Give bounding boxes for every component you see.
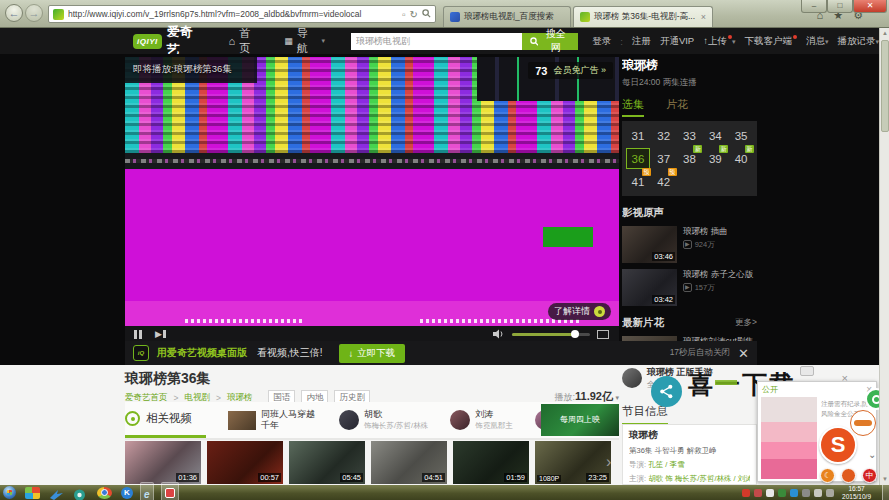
register-link[interactable]: 注册 bbox=[632, 35, 651, 48]
search-button[interactable]: 搜全网 bbox=[522, 33, 579, 50]
tray-icon[interactable] bbox=[790, 489, 798, 497]
page-scrollbar[interactable]: ▲ ▼ bbox=[879, 28, 889, 485]
iqiyi-logo[interactable]: iQIYI bbox=[133, 34, 162, 49]
show-desktop-button[interactable] bbox=[882, 485, 889, 500]
scroll-down-icon[interactable]: ▼ bbox=[880, 474, 889, 485]
episode-cell[interactable]: 38新 bbox=[678, 148, 702, 169]
tab-iqiyi-episode[interactable]: 琅琊榜 第36集-电视剧-高... × bbox=[573, 6, 713, 27]
video-thumbnail[interactable]: 01:36 bbox=[125, 441, 201, 484]
network-tray-icon[interactable] bbox=[826, 489, 834, 497]
chinese-input-icon[interactable]: 中 bbox=[862, 468, 877, 483]
director-names[interactable]: 孔笙 / 李雪 bbox=[648, 460, 684, 469]
volume-knob[interactable] bbox=[571, 330, 579, 338]
tray-icon[interactable] bbox=[802, 489, 810, 497]
tab-baidu-search[interactable]: 琅琊榜电视剧_百度搜索 bbox=[443, 6, 571, 27]
scrollbar-thumb[interactable] bbox=[881, 40, 889, 132]
taskbar-app-compass-icon[interactable] bbox=[73, 487, 88, 499]
episode-cell[interactable]: 40新 bbox=[729, 148, 753, 169]
back-button[interactable]: ← bbox=[5, 4, 23, 22]
cast-names[interactable]: 胡歌 饰 梅长苏/苏哲/林殊 / 刘涛 bbox=[648, 474, 750, 483]
taskbar-app-ie-active[interactable]: e bbox=[140, 482, 154, 500]
episode-cell[interactable]: 37 bbox=[652, 148, 676, 169]
ad-countdown-pill[interactable]: 73 会员免广告 » bbox=[528, 62, 613, 79]
download-now-button[interactable]: ↓立即下载 bbox=[339, 344, 406, 363]
taskbar-app-grid-icon[interactable] bbox=[25, 487, 40, 499]
volume-tray-icon[interactable] bbox=[814, 489, 822, 497]
related-topic[interactable]: 同班人马穿越千年 bbox=[228, 409, 317, 432]
video-thumbnail[interactable]: 01:59 bbox=[453, 441, 529, 484]
episode-cell[interactable]: 31 bbox=[626, 125, 650, 146]
carousel-next-icon[interactable]: › bbox=[606, 453, 611, 471]
more-link[interactable]: 更多> bbox=[735, 317, 757, 329]
video-player[interactable]: 即将播放:琅琊榜第36集 73 会员免广告 » 了解详情 bbox=[125, 57, 619, 326]
tray-icon[interactable] bbox=[742, 489, 750, 497]
nav-home[interactable]: ⌂首页 bbox=[229, 26, 261, 56]
taskbar-clock[interactable]: 16:57 2015/10/9 bbox=[842, 485, 871, 500]
tab-episodes[interactable]: 选集 bbox=[622, 97, 644, 117]
tab-related-videos[interactable]: 相关视频 bbox=[125, 402, 206, 438]
episode-cell[interactable]: 42预 bbox=[652, 171, 676, 192]
tray-icon[interactable] bbox=[754, 489, 762, 497]
video-thumbnail[interactable]: 05:45 bbox=[289, 441, 365, 484]
start-button[interactable] bbox=[3, 486, 16, 499]
ost-item[interactable]: 03:46 琅琊榜 插曲 ▶924万 bbox=[622, 226, 757, 263]
search-go-icon[interactable] bbox=[422, 9, 431, 20]
volume-slider[interactable] bbox=[512, 333, 590, 336]
video-thumbnail[interactable]: 04:51 bbox=[371, 441, 447, 484]
paw-icon[interactable] bbox=[841, 468, 856, 483]
popup-ad[interactable]: 公开 × 注册需有纪录,防止 风险金全公开 S ☾ 中 bbox=[757, 381, 877, 482]
login-link[interactable]: 登录 bbox=[592, 35, 611, 48]
message-link[interactable]: 消息▾ bbox=[806, 35, 829, 48]
taskbar-app-thunder-icon[interactable] bbox=[49, 487, 64, 499]
tab-close-icon[interactable]: × bbox=[701, 12, 706, 22]
minimize-button[interactable]: – bbox=[801, 0, 827, 13]
url-text[interactable]: http://www.iqiyi.com/v_19rrlsn6p7s.html?… bbox=[68, 9, 398, 19]
episode-cell-current[interactable]: 36 bbox=[626, 148, 650, 169]
trailer-thumbnail[interactable]: 14:11 bbox=[622, 336, 677, 341]
episode-cell[interactable]: 39新 bbox=[703, 148, 727, 169]
episode-cell[interactable]: 34 bbox=[703, 125, 727, 146]
ost-item[interactable]: 03:42 琅琊榜 赤子之心版 ▶157万 bbox=[622, 269, 757, 306]
scroll-up-icon[interactable]: ▲ bbox=[880, 28, 889, 39]
episode-cell[interactable]: 41预 bbox=[626, 171, 650, 192]
trailer-item[interactable]: 14:11 琅琊榜刘涛cut剧集第15集 ▶108万 bbox=[622, 336, 757, 341]
forward-button[interactable]: → bbox=[25, 4, 43, 22]
tab-clips[interactable]: 片花 bbox=[666, 97, 688, 117]
episode-cell[interactable]: 32 bbox=[652, 125, 676, 146]
taskbar-app-kugou-icon[interactable]: K bbox=[121, 487, 133, 499]
cast-item[interactable]: 刘涛饰霓凰郡主 bbox=[450, 409, 513, 430]
history-link[interactable]: 播放记录▾ bbox=[837, 35, 879, 48]
fullscreen-icon[interactable] bbox=[597, 330, 609, 339]
pause-button[interactable] bbox=[134, 330, 142, 339]
episode-cell[interactable]: 35 bbox=[729, 125, 753, 146]
search-input[interactable] bbox=[351, 33, 522, 50]
tray-icon[interactable] bbox=[766, 489, 774, 497]
vip-link[interactable]: 开通VIP bbox=[660, 35, 694, 48]
taskbar-app-browser-icon[interactable] bbox=[97, 487, 112, 499]
ost-thumbnail[interactable]: 03:42 bbox=[622, 269, 677, 306]
ost-thumbnail[interactable]: 03:46 bbox=[622, 226, 677, 263]
taskbar-app-store-active[interactable] bbox=[161, 482, 179, 500]
compat-icon[interactable]: ▫ bbox=[402, 9, 406, 20]
collapse-caret-icon[interactable]: ⌄ bbox=[868, 449, 876, 460]
close-button[interactable]: ✕ bbox=[853, 0, 887, 13]
small-ad-banner[interactable]: 每周四上映 bbox=[541, 404, 619, 436]
video-thumbnail[interactable]: 00:57 bbox=[207, 441, 283, 484]
client-link[interactable]: 下载客户端 bbox=[744, 35, 797, 48]
nav-menu[interactable]: ▦导航▾ bbox=[284, 26, 325, 56]
episode-cell[interactable]: 33 bbox=[678, 125, 702, 146]
maximize-button[interactable]: □ bbox=[827, 0, 853, 13]
ad-learn-more-button[interactable]: 了解详情 bbox=[548, 303, 611, 320]
vip-no-ads-link[interactable]: 会员免广告 » bbox=[553, 64, 606, 77]
tray-icon[interactable] bbox=[778, 489, 786, 497]
video-thumbnail[interactable]: 1080P23:25 bbox=[535, 441, 611, 484]
banner-close-icon[interactable]: ✕ bbox=[738, 346, 749, 361]
upload-link[interactable]: ↑上传▾ bbox=[703, 35, 735, 48]
refresh-icon[interactable]: ↻ bbox=[410, 9, 418, 20]
sogou-s-logo-icon[interactable]: S bbox=[819, 426, 857, 464]
moon-icon[interactable]: ☾ bbox=[820, 468, 835, 483]
volume-icon[interactable] bbox=[493, 329, 505, 339]
address-bar[interactable]: http://www.iqiyi.com/v_19rrlsn6p7s.html?… bbox=[48, 5, 436, 23]
cast-item[interactable]: 胡歌饰梅长苏/苏哲/林殊 bbox=[339, 409, 428, 430]
next-episode-button[interactable]: ▶ bbox=[155, 330, 166, 339]
